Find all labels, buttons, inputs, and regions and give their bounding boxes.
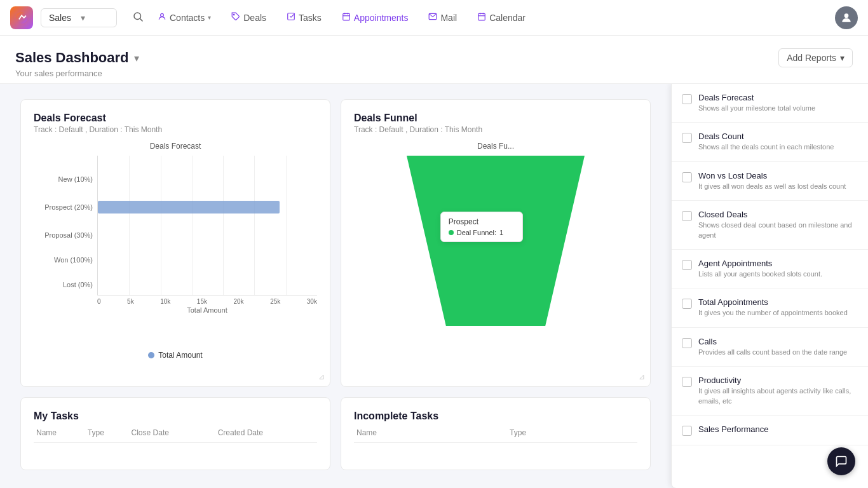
sidebar-item-contacts[interactable]: Contacts ▾ xyxy=(149,7,220,28)
my-tasks-col-close-date: Close Date xyxy=(129,423,215,443)
content-area: Deals Forecast Track : Default , Duratio… xyxy=(0,84,868,488)
resize-handle: ⊿ xyxy=(318,372,325,381)
my-tasks-col-name: Name xyxy=(34,423,85,443)
y-label-won: Won (100%) xyxy=(32,256,93,264)
sidebar-item-calendar[interactable]: Calendar xyxy=(468,7,534,28)
sidebar-item-tasks[interactable]: Tasks xyxy=(278,7,330,28)
incomplete-tasks-col-type: Type xyxy=(507,423,637,443)
panel-checkbox-closed-deals[interactable] xyxy=(682,211,692,221)
bar-row-new: New (10%) xyxy=(98,170,317,189)
panel-item-content-calls: CallsProvides all calls count based on t… xyxy=(698,337,858,357)
panel-item-title-won-vs-lost: Won vs Lost Deals xyxy=(698,171,858,180)
dashboard-title: Sales Dashboard xyxy=(15,50,129,66)
panel-item-content-agent-appointments: Agent AppointmentsLists all your agents … xyxy=(698,259,858,279)
user-avatar[interactable] xyxy=(835,6,858,29)
main-wrapper: Sales Dashboard ▾ Add Reports ▾ Your sal… xyxy=(0,0,868,488)
sidebar-item-appointments[interactable]: Appointments xyxy=(333,7,417,28)
svg-point-0 xyxy=(16,11,27,23)
bar-prospect xyxy=(98,201,280,214)
panel-checkbox-total-appointments[interactable] xyxy=(682,299,692,309)
dropdown-chevron-icon: ▾ xyxy=(81,13,109,23)
panel-checkbox-deals-count[interactable] xyxy=(682,133,692,143)
tooltip-item-value: 1 xyxy=(499,229,503,236)
panel-item-desc-won-vs-lost: It gives all won deals as well as lost d… xyxy=(698,182,858,191)
page-title: Sales Dashboard ▾ xyxy=(15,50,139,66)
y-label-proposal: Proposal (30%) xyxy=(32,231,93,239)
add-reports-button[interactable]: Add Reports ▾ xyxy=(778,48,853,67)
panel-checkbox-calls[interactable] xyxy=(682,338,692,348)
deals-forecast-title: Deals Forecast xyxy=(34,112,317,124)
workspace-dropdown[interactable]: Sales ▾ xyxy=(41,8,117,27)
panel-item-sales-performance[interactable]: Sales Performance xyxy=(672,416,868,445)
app-logo[interactable] xyxy=(10,6,33,29)
panel-item-calls[interactable]: CallsProvides all calls count based on t… xyxy=(672,328,868,367)
x-label-10k: 10k xyxy=(160,298,170,305)
panel-item-productivity[interactable]: ProductivityIt gives all insights about … xyxy=(672,367,868,416)
incomplete-tasks-widget: Incomplete Tasks Name Type xyxy=(341,397,651,470)
x-label-30k: 30k xyxy=(307,298,317,305)
panel-item-deals-forecast[interactable]: Deals ForecastShows all your milestone t… xyxy=(672,84,868,123)
nav-items: Contacts ▾ Deals Tasks xyxy=(149,7,835,28)
panel-checkbox-sales-performance[interactable] xyxy=(682,426,692,436)
panel-item-content-productivity: ProductivityIt gives all insights about … xyxy=(698,376,858,406)
svg-point-3 xyxy=(161,13,164,17)
panel-item-agent-appointments[interactable]: Agent AppointmentsLists all your agents … xyxy=(672,250,868,288)
svg-line-2 xyxy=(140,18,142,21)
legend-dot-total-amount xyxy=(148,352,154,358)
tooltip-item: Deal Funnel: 1 xyxy=(449,229,515,236)
y-label-prospect: Prospect (20%) xyxy=(32,203,93,211)
deals-funnel-subtitle: Track : Default , Duration : This Month xyxy=(354,125,637,134)
deals-label: Deals xyxy=(243,13,266,23)
bar-chart-wrapper: New (10%) Prospect (20%) Proposal (30%) xyxy=(34,156,317,346)
funnel-chart-title: Deals Fu... xyxy=(354,142,637,151)
incomplete-tasks-header-row: Name Type xyxy=(354,423,637,443)
deals-funnel-title: Deals Funnel xyxy=(354,112,637,124)
tasks-label: Tasks xyxy=(299,13,322,23)
y-label-new: New (10%) xyxy=(32,175,93,183)
svg-rect-6 xyxy=(343,13,350,20)
y-label-lost: Lost (0%) xyxy=(32,281,93,288)
calendar-label: Calendar xyxy=(489,13,526,23)
navbar: Sales ▾ Contacts ▾ Deals xyxy=(0,0,868,36)
bar-row-prospect: Prospect (20%) xyxy=(98,198,317,217)
my-tasks-header-row: Name Type Close Date Created Date xyxy=(34,423,317,443)
panel-item-closed-deals[interactable]: Closed DealsShows closed deal count base… xyxy=(672,201,868,250)
deals-funnel-widget: Deals Funnel Track : Default , Duration … xyxy=(341,99,651,387)
panel-item-title-sales-performance: Sales Performance xyxy=(698,424,858,434)
panel-item-deals-count[interactable]: Deals CountShows all the deals count in … xyxy=(672,123,868,161)
panel-item-content-deals-count: Deals CountShows all the deals count in … xyxy=(698,132,858,152)
funnel-tooltip: Prospect Deal Funnel: 1 xyxy=(440,212,523,242)
sidebar-item-deals[interactable]: Deals xyxy=(222,7,275,28)
calendar-icon xyxy=(477,12,486,23)
x-label-20k: 20k xyxy=(234,298,244,305)
funnel-wrapper: Deals Fu... Prospect Deal Funnel: 1 xyxy=(354,142,637,326)
panel-checkbox-agent-appointments[interactable] xyxy=(682,260,692,270)
bar-chart-title: Deals Forecast xyxy=(34,142,317,151)
panel-item-desc-deals-forecast: Shows all your milestone total volume xyxy=(698,104,858,113)
mail-icon xyxy=(428,12,437,23)
search-button[interactable] xyxy=(132,11,144,25)
panel-item-desc-deals-count: Shows all the deals count in each milest… xyxy=(698,142,858,152)
panel-item-title-calls: Calls xyxy=(698,337,858,346)
panel-item-total-appointments[interactable]: Total AppointmentsIt gives you the numbe… xyxy=(672,288,868,327)
bar-row-proposal: Proposal (30%) xyxy=(98,226,317,245)
sidebar-item-mail[interactable]: Mail xyxy=(419,7,466,28)
bar-row-lost: Lost (0%) xyxy=(98,275,317,294)
x-label-5k: 5k xyxy=(127,298,134,305)
panel-item-desc-closed-deals: Shows closed deal count based on milesto… xyxy=(698,220,858,240)
x-axis-labels: 0 5k 10k 15k 20k 25k 30k xyxy=(97,295,317,305)
panel-checkbox-won-vs-lost[interactable] xyxy=(682,172,692,182)
page-subtitle: Your sales performance xyxy=(15,69,853,78)
title-chevron-icon[interactable]: ▾ xyxy=(134,52,139,64)
page-header: Sales Dashboard ▾ Add Reports ▾ Your sal… xyxy=(0,36,868,84)
my-tasks-widget: My Tasks Name Type Close Date Created Da… xyxy=(20,397,330,470)
page-title-row: Sales Dashboard ▾ Add Reports ▾ xyxy=(15,48,853,67)
chart-legend: Total Amount xyxy=(34,351,317,360)
panel-item-title-total-appointments: Total Appointments xyxy=(698,297,858,307)
panel-item-title-closed-deals: Closed Deals xyxy=(698,210,858,219)
panel-item-won-vs-lost[interactable]: Won vs Lost DealsIt gives all won deals … xyxy=(672,162,868,201)
panel-checkbox-deals-forecast[interactable] xyxy=(682,94,692,104)
chat-button[interactable] xyxy=(827,447,855,475)
svg-point-1 xyxy=(134,13,141,20)
panel-checkbox-productivity[interactable] xyxy=(682,377,692,387)
